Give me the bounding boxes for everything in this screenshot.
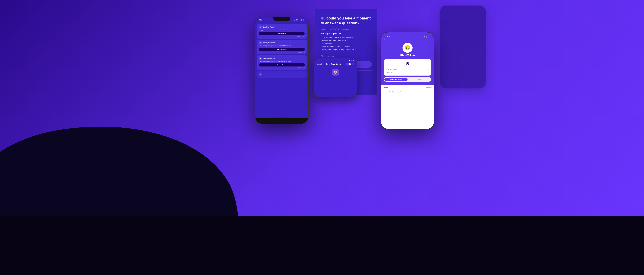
wallet-tx-header: Credit RECENT — [384, 87, 432, 89]
wallet-status-icons: ▲ W 🔋 — [422, 36, 428, 38]
wallet-frame: 7:23 ▲ W 🔋 ‹ 😊 PhunToken 5 — [381, 32, 434, 129]
bg-dark-bottom — [0, 216, 644, 275]
notif-title-3: Survey Question — [263, 58, 305, 60]
data-opp-title: Data Opportunity — [326, 63, 341, 65]
wallet-tx-description: For Your Data Opportunity - Survey — [384, 91, 404, 93]
notif-header-4: 5 — [259, 73, 305, 76]
wallet-transactions-section: Credit RECENT For Your Data Opportunity … — [381, 85, 434, 129]
survey-points-list: • Only be used to determine your segment… — [321, 36, 372, 51]
battery-icon-small: 🔋 — [353, 60, 354, 61]
wallet-token-info: 😊 PhunToken 5 Accrued Tokens 5 On Chain … — [384, 43, 431, 82]
home-indicator — [275, 117, 288, 117]
survey-point-1: • Only be used to determine your segment… — [321, 36, 372, 39]
submit-email-button[interactable]: Submit Email — [259, 32, 305, 35]
notif-title-1: Email Verification — [263, 26, 305, 28]
wallet-token-icon: 😊 — [402, 43, 412, 53]
notif-header-1: 5 Email Verification — [259, 26, 305, 29]
notif-text-2: Answer a simple survey question to recei… — [259, 45, 305, 47]
notif-header-3: 5 Survey Question — [259, 57, 305, 60]
wallet-token-name: PhunToken — [384, 54, 431, 57]
answer-survey-button-1[interactable]: Answer Survey — [259, 48, 305, 51]
wallet-onchain-value: 0 — [428, 71, 428, 73]
status-icons: ▲ WiFi 🔋 👤 — [294, 19, 305, 21]
wifi-icon-small: W — [351, 60, 352, 61]
phone-wallet: 7:23 ▲ W 🔋 ‹ 😊 PhunToken 5 — [381, 32, 434, 129]
data-opp-frame: 7:23 ▲ W 🔋 Cancel Data Opportunity 1 — [314, 57, 357, 97]
toggle-track — [346, 63, 351, 66]
notif-text-3: Answer a simple survey question to recei… — [259, 61, 305, 63]
notif-header-2: 5 Survey Question — [259, 41, 305, 44]
data-opp-icon: 🎯 — [332, 69, 339, 76]
tab-transactions[interactable]: TRANSACTIONS — [384, 78, 408, 81]
wallet-battery-icon: 🔋 — [426, 36, 428, 38]
notification-survey-1: 5 Survey Question Answer a simple survey… — [257, 40, 307, 54]
toggle-thumb — [349, 63, 351, 65]
answer-survey-button-2[interactable]: Answer Survey — [259, 63, 305, 67]
wallet-signal-icon: ▲ — [422, 36, 423, 38]
notification-survey-2: 5 Survey Question Answer a simple survey… — [257, 55, 307, 70]
data-opp-smiley-icon: 🎯 — [334, 70, 338, 74]
survey-response-header: Your response given will: — [321, 33, 372, 35]
tab-about[interactable]: ABOUT — [408, 78, 431, 81]
notif-title-2: Survey Question — [263, 42, 305, 44]
survey-what-does-mean-link[interactable]: What does this mean? — [321, 55, 372, 57]
user-avatar: 👤 — [303, 19, 305, 21]
notification-list: 5 Email Verification Verify your email a… — [256, 23, 308, 79]
wallet-accrued-value: 5 — [428, 69, 428, 70]
toggle-badge: 1 — [352, 63, 354, 66]
token-smiley-icon: 😊 — [405, 45, 410, 51]
notif-time-1: 4 minutes ago — [259, 36, 305, 37]
wallet-onchain-label: On Chain — [386, 71, 393, 73]
notif-time-2: 4 minutes ago — [259, 52, 305, 53]
wifi-icon: WiFi — [296, 19, 299, 21]
notification-email: 5 Email Verification Verify your email a… — [257, 24, 307, 39]
status-time: 7:23 — [259, 19, 262, 21]
survey-point-5: • Allow you to change your response at a… — [321, 48, 372, 51]
data-opp-toggle[interactable]: 1 — [346, 63, 354, 66]
data-opp-time: 7:23 — [316, 60, 319, 61]
wallet-credit-label: Credit — [384, 87, 388, 89]
phone-data-opportunity: 7:23 ▲ W 🔋 Cancel Data Opportunity 1 — [314, 57, 357, 97]
wallet-tx-amount: 5 — [430, 91, 432, 93]
wallet-back-button[interactable]: ‹ — [384, 38, 431, 41]
signal-icon-small: ▲ — [349, 60, 350, 61]
battery-icon: 🔋 — [300, 19, 302, 21]
wallet-recent-label: RECENT — [426, 87, 432, 89]
notif-badge-4: 5 — [259, 73, 262, 76]
survey-point-3: • Not be stored. — [321, 42, 372, 45]
phone-center-screen: 7:23 ▲ WiFi 🔋 👤 5 Email Verification — [256, 17, 308, 118]
phone-bg-frame — [440, 5, 486, 89]
data-opp-status-bar: 7:23 ▲ W 🔋 — [316, 60, 354, 61]
wallet-tabs: TRANSACTIONS ABOUT — [384, 77, 431, 82]
wallet-status-bar: 7:23 ▲ W 🔋 — [384, 35, 431, 38]
wallet-onchain-row: On Chain 0 — [386, 71, 428, 74]
signal-icon: ▲ — [294, 19, 295, 21]
notif-badge-3: 5 — [259, 57, 262, 60]
phone-notch — [273, 17, 290, 21]
wallet-wifi-icon: W — [424, 36, 426, 38]
notif-badge-1: 5 — [259, 26, 262, 29]
wallet-purple-section: 7:23 ▲ W 🔋 ‹ 😊 PhunToken 5 — [381, 32, 434, 85]
data-opp-screen: 7:23 ▲ W 🔋 Cancel Data Opportunity 1 — [314, 58, 357, 97]
wallet-accrued-label: Accrued Tokens — [386, 69, 397, 70]
data-opp-cancel-button[interactable]: Cancel — [316, 63, 322, 65]
data-opp-header: Cancel Data Opportunity 1 — [316, 63, 354, 66]
notif-badge-2: 5 — [259, 41, 262, 44]
wallet-tx-info: For Your Data Opportunity - Survey — [384, 91, 404, 93]
wallet-screen: 7:23 ▲ W 🔋 ‹ 😊 PhunToken 5 — [381, 32, 434, 129]
wallet-time: 7:23 — [387, 36, 390, 38]
wallet-accrued-row: Accrued Tokens 5 — [386, 68, 428, 71]
wallet-balance-box: 5 Accrued Tokens 5 On Chain 0 — [384, 59, 431, 76]
wallet-tx-row-1: For Your Data Opportunity - Survey 5 — [384, 90, 432, 94]
notif-time-3: 4 minutes ago — [259, 67, 305, 68]
survey-question-title: Hi, could you take a moment to answer a … — [321, 16, 372, 26]
survey-point-4: • Never be shared or used for marketing. — [321, 45, 372, 48]
wallet-balance-number: 5 — [386, 61, 428, 67]
phone-center: 7:23 ▲ WiFi 🔋 👤 5 Email Verification — [255, 17, 308, 124]
survey-response-intro: You'll receive PhunToken for your respon… — [321, 28, 372, 30]
data-opp-status-icons: ▲ W 🔋 — [349, 60, 354, 61]
data-opp-icon-area: 🎯 — [316, 69, 354, 76]
survey-point-2: • Enhance the value of your profile. — [321, 39, 372, 42]
phone-bg-right — [440, 5, 486, 89]
notification-partial: 5 — [257, 71, 307, 78]
